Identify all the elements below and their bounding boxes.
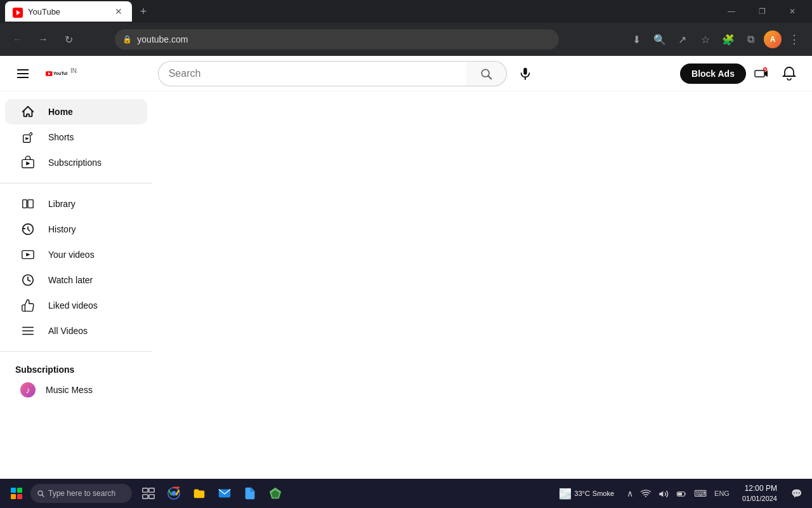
taskbar-search-box[interactable]: Type here to search [30,484,132,503]
svg-rect-30 [17,488,22,493]
extension-icon[interactable]: 🧩 [718,29,738,50]
svg-line-9 [488,76,492,79]
sidebar-all-videos-label: All Videos [48,326,88,336]
svg-rect-37 [143,495,148,498]
download-icon[interactable]: ⬇ [627,29,647,50]
svg-rect-22 [28,200,33,208]
svg-rect-48 [678,492,682,495]
svg-rect-4 [17,77,29,78]
sidebar-item-library[interactable]: Library [5,191,147,217]
new-tab-button[interactable]: + [134,3,152,20]
sidebar-home-label: Home [48,107,73,117]
tab-title: YouTube [28,7,108,17]
youtube-header: YouTube IN [0,56,812,91]
library-icon [20,197,36,211]
search-input[interactable] [158,61,466,86]
taskbar-task-view[interactable] [137,482,160,505]
sidebar-item-your-videos[interactable]: Your videos [5,242,147,267]
sidebar-toggle-icon[interactable]: ⧉ [741,29,761,50]
taskbar-time[interactable]: 12:00 PM 01/01/2024 [737,481,782,506]
music-mess-avatar: ♪ [20,382,36,398]
keyboard-icon[interactable]: ⌨ [690,486,710,501]
sidebar-watch-later-label: Watch later [48,275,93,285]
browser-tab[interactable]: YouTube ✕ [5,1,132,22]
svg-point-44 [645,496,646,497]
svg-rect-31 [11,494,16,499]
home-icon [20,105,36,119]
forward-button[interactable]: → [33,29,53,50]
notification-center[interactable]: 💬 [786,486,807,501]
close-button[interactable]: ✕ [778,1,807,22]
menu-icon[interactable]: ⋮ [784,29,804,50]
taskbar-stacks[interactable] [264,482,287,505]
svg-rect-12 [755,70,764,77]
sidebar-history-label: History [48,224,76,234]
header-actions: Block Ads [680,61,802,86]
mic-button[interactable] [512,60,539,87]
back-button[interactable]: ← [8,29,28,50]
taskbar-search-text: Type here to search [48,489,115,498]
bookmark-icon[interactable]: ☆ [695,29,716,50]
create-button[interactable] [749,61,774,86]
sidebar-liked-videos-label: Liked videos [48,300,98,311]
country-label: IN [70,67,77,74]
watch-later-icon [20,273,36,287]
taskbar-documents[interactable] [239,482,261,505]
sidebar-item-subscriptions[interactable]: Subscriptions [5,150,147,175]
sidebar-sub-music-mess[interactable]: ♪ Music Mess [5,377,147,403]
svg-marker-45 [659,491,663,497]
svg-rect-47 [684,493,685,495]
maximize-button[interactable]: ❐ [747,1,776,22]
reload-button[interactable]: ↻ [58,29,79,50]
battery-icon[interactable] [672,485,690,501]
profile-avatar[interactable]: A [764,30,782,48]
minimize-button[interactable]: — [717,1,746,22]
address-text: youtube.com [137,34,188,44]
tray-expand[interactable]: ∧ [623,486,637,501]
taskbar-weather[interactable]: 🌫️ 33°C Smoke [554,485,619,502]
sidebar: Home Shorts [0,91,152,479]
sidebar-divider-2 [0,351,152,352]
menu-button[interactable] [10,61,36,86]
lang-label[interactable]: ENG [710,487,733,500]
start-button[interactable] [5,482,28,505]
search-button[interactable] [466,61,507,86]
svg-marker-18 [25,137,29,140]
sidebar-item-watch-later[interactable]: Watch later [5,267,147,293]
liked-videos-icon [20,298,36,312]
sidebar-item-home[interactable]: Home [5,99,147,124]
sidebar-item-history[interactable]: History [5,217,147,242]
notification-button[interactable] [776,61,802,86]
history-icon [20,222,36,236]
svg-rect-35 [143,488,148,492]
main-content [152,91,812,479]
sidebar-item-all-videos[interactable]: All Videos [5,318,147,344]
lock-icon: 🔒 [122,35,132,44]
address-bar-input[interactable]: 🔒 youtube.com [115,29,559,50]
svg-point-40 [171,491,176,495]
svg-marker-13 [764,70,768,77]
tab-close-button[interactable]: ✕ [113,6,124,17]
sidebar-item-shorts[interactable]: Shorts [5,124,147,150]
network-icon[interactable] [637,485,655,501]
youtube-logo[interactable]: YouTube IN [46,66,77,81]
taskbar-files[interactable] [188,482,211,505]
taskbar-search-icon [37,490,44,497]
svg-rect-2 [17,69,29,70]
subscriptions-icon [20,156,36,170]
all-videos-icon [20,324,36,338]
volume-icon[interactable] [655,485,672,501]
shorts-icon [20,130,36,144]
taskbar-chrome[interactable] [162,482,185,505]
svg-rect-32 [17,494,22,499]
svg-rect-3 [17,73,29,74]
block-ads-button[interactable]: Block Ads [680,64,746,84]
zoom-icon[interactable]: 🔍 [650,29,670,50]
weather-temp: 33°C [574,490,590,497]
sidebar-item-liked-videos[interactable]: Liked videos [5,293,147,318]
weather-condition: Smoke [593,490,614,497]
taskbar-email[interactable] [213,482,236,505]
share-icon[interactable]: ↗ [672,29,693,50]
sidebar-subscriptions-label: Subscriptions [48,157,102,168]
svg-rect-29 [11,488,16,493]
